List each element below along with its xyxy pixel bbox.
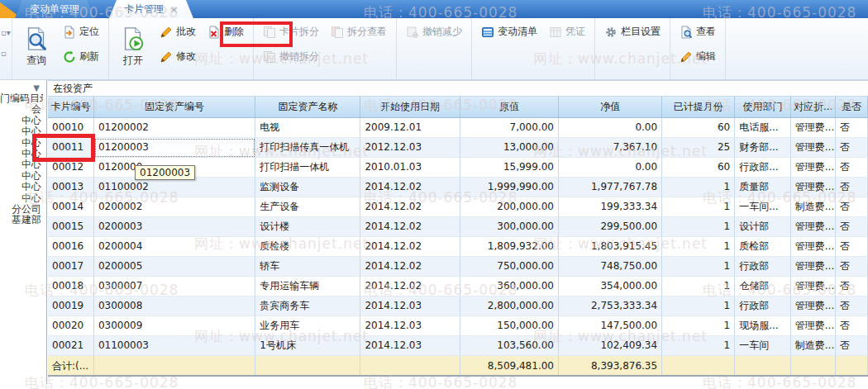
table-cell[interactable]: 行政部 [735,296,791,316]
table-cell[interactable]: 1,977,767.78 [559,178,662,197]
table-cell[interactable]: 制造费... [791,336,836,356]
table-cell[interactable]: 00021 [48,336,94,356]
table-cell[interactable]: 2014.12.02 [360,237,460,257]
table-cell[interactable]: 生产设备 [255,197,360,217]
close-icon[interactable]: × [169,4,179,15]
table-cell[interactable]: 1 [662,178,735,197]
table-cell[interactable]: 一车间... [735,197,791,217]
table-cell[interactable]: 专用运输车辆 [255,277,360,296]
toolbar-button-voucher[interactable]: 凭证 [545,21,589,42]
table-cell[interactable]: 2010.01.03 [360,158,460,178]
table-cell[interactable]: 200,000.00 [460,197,559,217]
table-cell[interactable]: 质检楼 [255,237,360,257]
table-cell[interactable]: 2014.12.03 [360,336,460,356]
table-cell[interactable]: 2014.12.03 [360,316,460,336]
toolbar-button-gear[interactable]: 栏目设置 [600,21,665,42]
sidebar-tree-item[interactable]: 门编码目录 [0,93,43,104]
table-cell[interactable]: 7,367.10 [559,138,662,158]
table-cell[interactable]: 147,500.00 [559,316,662,336]
table-cell[interactable]: 2014.12.02 [360,257,460,277]
table-cell[interactable]: 设计楼 [255,217,360,237]
toolbar-button-delete[interactable]: 删除 [203,21,248,42]
table-cell[interactable]: 否 [836,138,868,158]
table-cell[interactable]: 管理费... [791,217,836,237]
column-header[interactable]: 开始使用日期 [360,97,460,117]
table-cell[interactable]: 0300009 [94,316,255,336]
table-cell[interactable]: 00019 [48,296,94,316]
table-cell[interactable]: 监测设备 [255,178,360,197]
clipped-button-icon[interactable]: ▫ [1,49,7,58]
table-cell[interactable]: 管理费... [791,118,836,138]
table-cell[interactable]: 0.00 [559,158,662,178]
sidebar-tree-item[interactable]: 中心 [0,116,43,126]
table-cell[interactable]: 1,809,932.00 [460,237,559,257]
table-cell[interactable]: 1 [662,336,735,356]
table-cell[interactable]: 现场服... [735,316,791,336]
table-cell[interactable]: 质量部 [735,178,791,197]
table-cell[interactable]: 管理费... [791,237,836,257]
table-cell[interactable]: 00013 [48,178,94,197]
table-cell[interactable]: 否 [836,217,868,237]
card-split-button[interactable]: 卡片拆分 [259,21,323,42]
table-cell[interactable]: 一车间 [735,336,791,356]
toolbar-button-view-doc[interactable]: 查看 [675,21,720,42]
table-cell[interactable]: 1号机床 [255,336,360,356]
table-cell[interactable]: 15,999.00 [460,158,559,178]
table-cell[interactable]: 199,333.34 [559,197,662,217]
table-cell[interactable]: 2014.12.02 [360,277,460,296]
table-cell[interactable]: 0300007 [94,277,255,296]
toolbar-button-undo-decrease[interactable]: 撤销减少 [402,21,466,42]
table-cell[interactable]: 2009.12.01 [360,118,460,138]
table-cell[interactable]: 2,800,000.00 [460,296,559,316]
table-cell[interactable]: 0200005 [94,257,255,277]
table-cell[interactable]: 打印扫描传真一体机 [255,138,360,158]
table-cell[interactable]: 0300008 [94,296,255,316]
sidebar-tree-item[interactable]: 中心 [0,159,43,170]
sidebar-tree-item[interactable]: 中心 [0,149,43,159]
table-cell[interactable]: 管理费... [791,296,836,316]
table-cell[interactable]: 1,803,915.45 [559,237,662,257]
table-cell[interactable]: 管理费... [791,316,836,336]
table-cell[interactable]: 管理费... [791,158,836,178]
sidebar-tree-item[interactable]: 分公司 [0,204,43,215]
toolbar-button-pencil[interactable]: 批改 [155,21,200,42]
table-cell[interactable]: 仓储部 [735,277,791,296]
toolbar-button-pencil[interactable]: 编辑 [675,46,720,67]
toolbar-button-pencil[interactable]: 修改 [155,46,200,67]
column-header[interactable]: 使用部门 [735,97,791,117]
table-cell[interactable]: 管理费... [791,277,836,296]
column-header[interactable]: 固定资产名称 [255,97,360,117]
toolbar-button-change-list[interactable]: 变动清单 [477,21,541,42]
table-cell[interactable]: 否 [836,118,868,138]
table-cell[interactable]: 否 [836,158,868,178]
table-cell[interactable]: 否 [836,197,868,217]
toolbar-button-open-doc[interactable]: 打开 [114,21,152,73]
table-cell[interactable]: 电视 [255,118,360,138]
table-cell[interactable]: 否 [836,296,868,316]
column-header[interactable]: 原值 [460,97,559,117]
table-cell[interactable]: 01200003 [94,138,255,158]
table-cell[interactable]: 1 [662,257,735,277]
table-cell[interactable]: 00011 [48,138,94,158]
sidebar-tree-item[interactable]: 会 [0,104,43,115]
column-header[interactable]: 对应折... [791,97,836,117]
table-cell[interactable]: 7,000.00 [460,118,559,138]
table-cell[interactable]: 打印扫描一体机 [255,158,360,178]
tab-card-management[interactable]: 卡片管理× [109,0,193,18]
table-cell[interactable]: 否 [836,277,868,296]
table-cell[interactable]: 否 [836,237,868,257]
table-cell[interactable]: 1 [662,197,735,217]
table-cell[interactable]: 00017 [48,257,94,277]
table-cell[interactable]: 2014.12.03 [360,296,460,316]
table-cell[interactable]: 2012.12.03 [360,138,460,158]
table-cell[interactable]: 748,750.00 [559,257,662,277]
column-header[interactable]: 卡片编号 [48,97,94,117]
table-cell[interactable]: 制造费... [791,197,836,217]
table-cell[interactable]: 00012 [48,158,94,178]
table-cell[interactable]: 1 [662,296,735,316]
column-header[interactable]: 固定资产编号 [94,97,256,117]
table-cell[interactable]: 1,999,990.00 [460,178,559,197]
sidebar-tree-item[interactable]: 中心 [0,138,43,149]
table-cell[interactable]: 管理费... [791,257,836,277]
table-cell[interactable]: 行政部... [735,158,791,178]
